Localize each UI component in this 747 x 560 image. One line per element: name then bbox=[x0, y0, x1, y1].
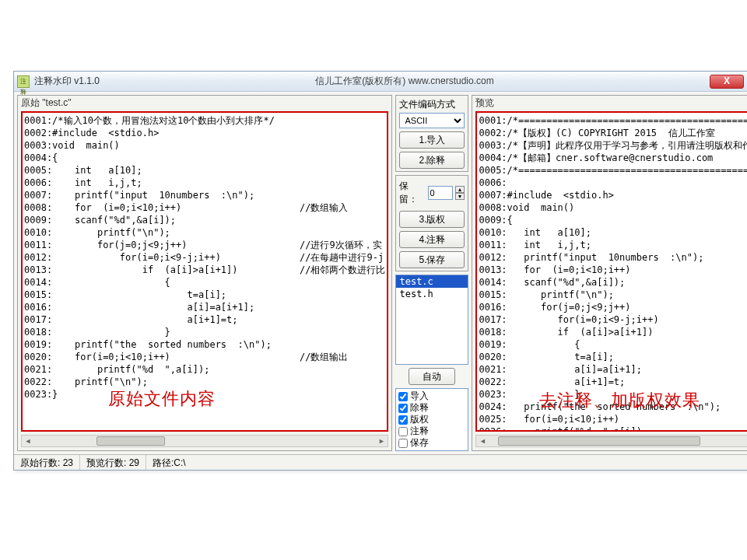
auto-steps-checklist: 导入除释版权注释保存 bbox=[395, 388, 468, 451]
scroll-left-icon[interactable]: ◄ bbox=[22, 436, 34, 446]
encoding-select[interactable]: ASCII bbox=[399, 113, 465, 128]
keep-label: 保留： bbox=[399, 180, 425, 206]
original-caption: 原始文件内容 bbox=[108, 393, 216, 405]
preview-hscrollbar[interactable]: ◄ ► bbox=[475, 435, 747, 447]
auto-step-checkbox-row[interactable]: 除释 bbox=[398, 402, 465, 414]
auto-step-checkbox-row[interactable]: 导入 bbox=[398, 390, 465, 402]
original-code-box[interactable]: 0001:/*输入10个数，用冒泡法对这10个数由小到大排序*/ 0002:#i… bbox=[21, 111, 388, 432]
scroll-thumb[interactable] bbox=[96, 436, 165, 446]
auto-step-checkbox[interactable] bbox=[398, 404, 408, 413]
window-title: 注释水印 v1.1.0 bbox=[34, 75, 100, 88]
panel-preview-label: 预览 bbox=[472, 96, 747, 110]
status-preview-lines: 预览行数: 29 bbox=[80, 455, 146, 470]
preview-caption: 去注释、加版权效果 bbox=[539, 394, 700, 407]
auto-step-label: 保存 bbox=[410, 437, 429, 449]
titlebar: 注释 注释水印 v1.1.0 信儿工作室(版权所有) www.cnerstudi… bbox=[14, 72, 747, 92]
strip-button[interactable]: 2.除释 bbox=[399, 152, 465, 169]
auto-step-label: 除释 bbox=[410, 402, 429, 414]
file-list[interactable]: test.ctest.h bbox=[395, 275, 468, 365]
panel-controls: 文件编码方式 ASCII 1.导入 2.除释 保留： ▲▼ 3.版权 4.注释 … bbox=[395, 95, 468, 451]
panel-original: 原始 "test.c" 0001:/*输入10个数，用冒泡法对这10个数由小到大… bbox=[17, 95, 392, 451]
panel-original-label: 原始 "test.c" bbox=[18, 96, 391, 110]
file-list-item[interactable]: test.c bbox=[396, 275, 468, 288]
file-list-item[interactable]: test.h bbox=[396, 288, 468, 300]
auto-step-checkbox[interactable] bbox=[398, 392, 408, 401]
auto-step-label: 注释 bbox=[410, 425, 429, 437]
auto-step-checkbox-row[interactable]: 版权 bbox=[398, 414, 465, 425]
app-icon: 注释 bbox=[17, 75, 30, 88]
auto-button[interactable]: 自动 bbox=[409, 368, 455, 385]
copyright-button[interactable]: 3.版权 bbox=[399, 211, 465, 228]
auto-step-checkbox[interactable] bbox=[398, 415, 408, 425]
comment-button[interactable]: 4.注释 bbox=[399, 231, 465, 248]
encoding-group: 文件编码方式 ASCII 1.导入 2.除释 bbox=[395, 95, 468, 172]
spinner-buttons[interactable]: ▲▼ bbox=[455, 186, 465, 200]
statusbar: 原始行数: 23 预览行数: 29 路径:C:\ bbox=[14, 454, 747, 470]
save-button[interactable]: 5.保存 bbox=[399, 251, 465, 268]
status-path: 路径:C:\ bbox=[146, 455, 747, 470]
panel-preview: 预览 0001:/*==============================… bbox=[472, 95, 747, 451]
keep-spinner[interactable] bbox=[428, 186, 453, 200]
auto-step-checkbox-row[interactable]: 保存 bbox=[398, 437, 465, 449]
close-button[interactable]: X bbox=[710, 75, 744, 89]
preview-code-lines: 0001:/*=================================… bbox=[477, 113, 747, 432]
titlebar-copyright: 信儿工作室(版权所有) www.cnerstudio.com bbox=[100, 75, 710, 88]
scroll-thumb[interactable] bbox=[498, 436, 700, 446]
encoding-label: 文件编码方式 bbox=[399, 98, 465, 111]
auto-step-checkbox-row[interactable]: 注释 bbox=[398, 425, 465, 437]
keep-group: 保留： ▲▼ 3.版权 4.注释 5.保存 bbox=[395, 175, 468, 271]
auto-step-label: 导入 bbox=[410, 390, 429, 402]
original-code-lines: 0001:/*输入10个数，用冒泡法对这10个数由小到大排序*/ 0002:#i… bbox=[23, 113, 387, 402]
status-original-lines: 原始行数: 23 bbox=[14, 455, 80, 470]
import-button[interactable]: 1.导入 bbox=[399, 131, 465, 149]
auto-step-checkbox[interactable] bbox=[398, 427, 408, 436]
original-hscrollbar[interactable]: ◄ ► bbox=[21, 435, 388, 447]
scroll-right-icon[interactable]: ► bbox=[375, 436, 388, 446]
auto-step-checkbox[interactable] bbox=[398, 439, 408, 448]
scroll-left-icon[interactable]: ◄ bbox=[476, 436, 489, 446]
app-window: 注释 注释水印 v1.1.0 信儿工作室(版权所有) www.cnerstudi… bbox=[13, 71, 747, 471]
auto-step-label: 版权 bbox=[410, 414, 429, 425]
preview-code-box[interactable]: 0001:/*=================================… bbox=[475, 111, 747, 432]
content-area: 原始 "test.c" 0001:/*输入10个数，用冒泡法对这10个数由小到大… bbox=[14, 92, 747, 454]
